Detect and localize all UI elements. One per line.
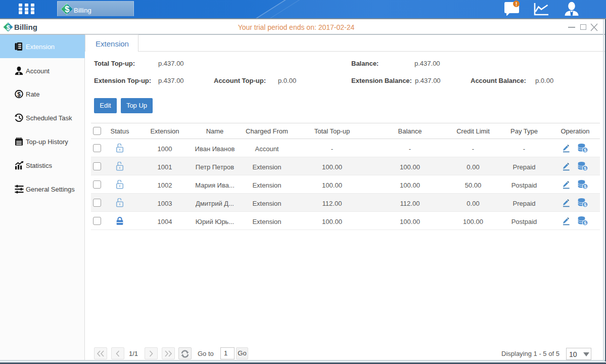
svg-text:$: $	[65, 5, 70, 14]
svg-text:$: $	[584, 148, 586, 153]
svg-text:$: $	[584, 220, 586, 225]
svg-text:$: $	[584, 202, 586, 207]
svg-text:$: $	[584, 184, 586, 189]
svg-text:$: $	[584, 166, 586, 171]
svg-text:$: $	[17, 91, 21, 98]
svg-text:!: !	[516, 1, 518, 7]
